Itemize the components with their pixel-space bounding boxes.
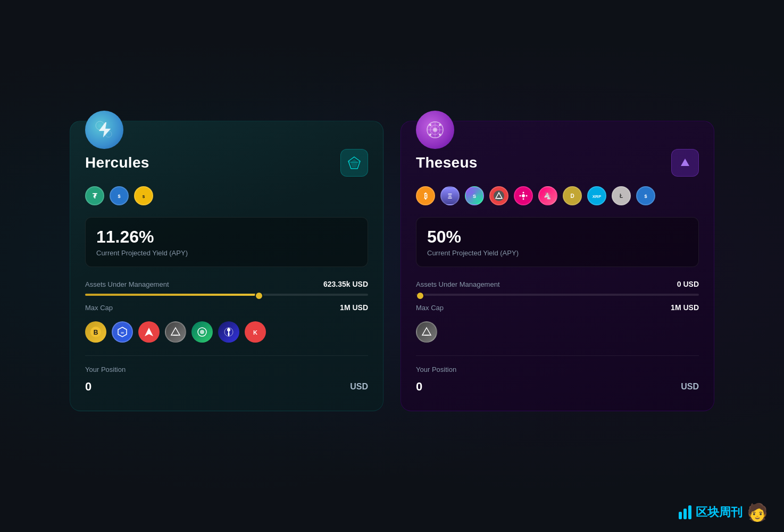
token-dot bbox=[514, 186, 533, 205]
theseus-aum-row: Assets Under Management 0 USD bbox=[416, 280, 699, 288]
cards-container: Hercules ₮ $ bbox=[70, 121, 714, 411]
svg-text:D: D bbox=[570, 193, 574, 199]
token-uni: 🦄 bbox=[538, 186, 557, 205]
svg-text:B: B bbox=[94, 329, 98, 336]
hercules-position-currency: USD bbox=[350, 382, 368, 392]
theseus-position-value: 0 bbox=[416, 380, 422, 394]
theseus-apy-value: 50% bbox=[427, 227, 688, 247]
theseus-apy-box: 50% Current Projected Yield (APY) bbox=[416, 217, 699, 267]
token-usdc2: $ bbox=[636, 186, 655, 205]
theseus-protocol-row bbox=[416, 321, 699, 343]
svg-point-22 bbox=[227, 328, 230, 331]
hercules-apy-value: 11.26% bbox=[96, 227, 357, 247]
protocol-arbitrum bbox=[138, 321, 160, 343]
theseus-maxcap-row: Max Cap 1M USD bbox=[416, 303, 699, 312]
hercules-avatar bbox=[85, 111, 123, 149]
theseus-progress-fill bbox=[416, 294, 422, 296]
theseus-position-label: Your Position bbox=[416, 365, 699, 373]
svg-text:∞: ∞ bbox=[121, 330, 124, 335]
svg-text:XRP: XRP bbox=[593, 194, 602, 199]
svg-marker-58 bbox=[422, 328, 431, 335]
token-busd: $ bbox=[134, 186, 153, 205]
svg-point-33 bbox=[439, 124, 441, 126]
token-avax bbox=[489, 186, 508, 205]
token-usdt: ₮ bbox=[85, 186, 104, 205]
protocol-chainlink: ∞ bbox=[112, 321, 133, 343]
theseus-position-row: 0 USD bbox=[416, 380, 699, 394]
token-btc: ₿ bbox=[416, 186, 435, 205]
protocol-avax bbox=[165, 321, 186, 343]
hercules-title: Hercules bbox=[85, 154, 149, 171]
hercules-aum-value: 623.35k USD bbox=[323, 280, 368, 288]
watermark-bars-icon bbox=[679, 505, 691, 519]
token-doge: D bbox=[563, 186, 582, 205]
svg-text:$: $ bbox=[118, 194, 120, 199]
hercules-badge[interactable] bbox=[340, 149, 368, 177]
token-eth: Ξ bbox=[440, 186, 460, 205]
theseus-position-currency: USD bbox=[681, 382, 699, 392]
protocol-kava: K bbox=[245, 321, 266, 343]
svg-text:🦄: 🦄 bbox=[544, 191, 553, 200]
token-ltc: Ł bbox=[612, 186, 631, 205]
svg-text:Ł: Ł bbox=[620, 193, 623, 199]
hercules-position-row: 0 USD bbox=[85, 380, 368, 394]
token-xrp: XRP bbox=[587, 186, 606, 205]
theseus-badge[interactable] bbox=[671, 149, 699, 177]
svg-marker-36 bbox=[681, 159, 689, 166]
hercules-position-value: 0 bbox=[85, 380, 91, 394]
svg-text:K: K bbox=[253, 329, 257, 336]
hercules-apy-label: Current Projected Yield (APY) bbox=[96, 249, 357, 257]
hercules-maxcap-value: 1M USD bbox=[340, 303, 368, 312]
token-sol: S bbox=[465, 186, 484, 205]
protocol-beefy: B bbox=[85, 321, 106, 343]
watermark-text: 区块周刊 bbox=[696, 504, 743, 520]
watermark: 区块周刊 🧑 bbox=[679, 502, 768, 522]
hercules-apy-box: 11.26% Current Projected Yield (APY) bbox=[85, 217, 368, 267]
protocol-balancer bbox=[218, 321, 239, 343]
theseus-protocol-avax bbox=[416, 321, 437, 343]
svg-point-48 bbox=[526, 195, 528, 197]
theseus-header: Theseus bbox=[416, 149, 699, 177]
theseus-card: Theseus ₿ Ξ bbox=[401, 121, 714, 411]
hercules-aum-row: Assets Under Management 623.35k USD bbox=[85, 280, 368, 288]
theseus-aum-label: Assets Under Management bbox=[416, 280, 500, 288]
svg-point-32 bbox=[429, 124, 431, 126]
svg-marker-3 bbox=[351, 159, 358, 168]
hercules-position-label: Your Position bbox=[85, 365, 368, 373]
hercules-position-section: Your Position 0 USD bbox=[85, 355, 368, 394]
hercules-progress-track bbox=[85, 294, 368, 296]
theseus-apy-label: Current Projected Yield (APY) bbox=[427, 249, 688, 257]
theseus-position-section: Your Position 0 USD bbox=[416, 355, 699, 394]
hercules-maxcap-row: Max Cap 1M USD bbox=[85, 303, 368, 312]
theseus-title: Theseus bbox=[416, 154, 478, 171]
svg-point-46 bbox=[523, 198, 524, 200]
svg-marker-16 bbox=[171, 328, 180, 335]
svg-point-23 bbox=[228, 333, 230, 335]
token-usdc: $ bbox=[110, 186, 129, 205]
svg-point-1 bbox=[105, 131, 112, 137]
watermark-figure: 🧑 bbox=[747, 502, 768, 522]
svg-point-19 bbox=[200, 330, 204, 334]
theseus-avatar bbox=[416, 111, 454, 149]
svg-text:$: $ bbox=[644, 194, 647, 199]
hercules-aum-label: Assets Under Management bbox=[85, 280, 169, 288]
svg-point-44 bbox=[522, 194, 525, 197]
svg-point-34 bbox=[429, 134, 431, 136]
theseus-aum-value: 0 USD bbox=[677, 280, 699, 288]
theseus-progress-track bbox=[416, 294, 699, 296]
theseus-maxcap-label: Max Cap bbox=[416, 304, 444, 312]
hercules-protocol-row: B ∞ bbox=[85, 321, 368, 343]
svg-point-35 bbox=[439, 134, 441, 136]
hercules-maxcap-label: Max Cap bbox=[85, 304, 113, 312]
protocol-gnosis bbox=[191, 321, 213, 343]
svg-text:$: $ bbox=[143, 194, 145, 199]
hercules-header: Hercules bbox=[85, 149, 368, 177]
svg-point-47 bbox=[520, 195, 521, 197]
svg-text:S: S bbox=[473, 194, 476, 199]
hercules-card: Hercules ₮ $ bbox=[70, 121, 383, 411]
svg-marker-15 bbox=[145, 328, 153, 336]
hercules-progress-fill bbox=[85, 294, 261, 296]
theseus-maxcap-value: 1M USD bbox=[671, 303, 699, 312]
hercules-token-row: ₮ $ $ bbox=[85, 186, 368, 205]
theseus-token-row: ₿ Ξ S bbox=[416, 186, 699, 205]
